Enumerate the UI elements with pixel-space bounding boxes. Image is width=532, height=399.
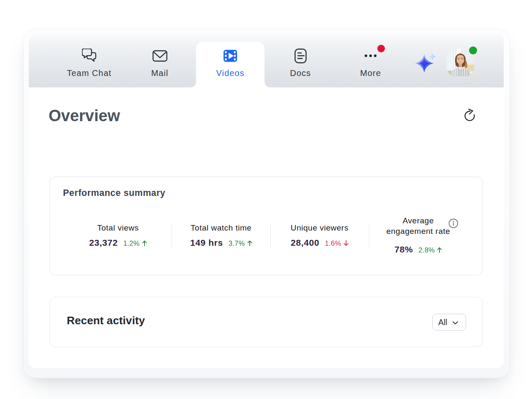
arrow-up-icon <box>437 247 442 253</box>
info-button[interactable] <box>448 218 458 228</box>
tab-label: Docs <box>290 68 311 78</box>
metrics-row: Total views 23,372 1.2% Total watch time… <box>64 217 468 263</box>
active-tab-right-curve <box>265 82 270 87</box>
app-surface: Team Chat Mail <box>29 34 504 368</box>
info-icon <box>448 223 458 230</box>
page-title: Overview <box>49 107 120 125</box>
metric-delta: 3.7% <box>229 239 252 247</box>
recent-activity-title: Recent activity <box>67 314 145 327</box>
chat-bubbles-icon <box>82 48 97 63</box>
metric-value: 23,372 <box>89 237 118 248</box>
metric-total-watch-time: Total watch time 149 hrs 3.7% <box>172 217 270 263</box>
chevron-down-icon <box>453 321 458 325</box>
ellipsis-dots-icon <box>364 48 377 63</box>
arrow-up-icon <box>247 240 252 246</box>
arrow-down-icon <box>344 240 349 246</box>
metric-label: Total watch time <box>191 223 251 233</box>
tab-label: More <box>360 68 381 78</box>
tab-label: Mail <box>151 68 169 78</box>
metric-label: Average engagement rate <box>382 215 454 236</box>
app-window: Team Chat Mail <box>24 29 510 378</box>
ai-assistant-button[interactable] <box>415 53 436 74</box>
main-content: Overview Performance summary Total views <box>29 87 504 368</box>
notification-badge <box>377 45 385 52</box>
performance-summary-card: Performance summary Total views 23,372 1… <box>49 176 483 275</box>
tab-docs[interactable]: Docs <box>273 34 328 87</box>
metric-value: 78% <box>394 244 413 255</box>
metric-label: Total views <box>97 223 139 233</box>
metric-average-engagement-rate: Average engagement rate 78% 2.8% <box>369 217 468 263</box>
metric-value: 28,400 <box>291 237 319 248</box>
metric-label: Unique viewers <box>291 223 349 233</box>
arrow-up-icon <box>142 240 147 246</box>
sparkle-ai-icon <box>415 68 436 75</box>
active-tab-left-curve <box>191 82 196 87</box>
refresh-icon <box>464 116 476 123</box>
tab-label: Videos <box>216 68 245 78</box>
tab-bar: Team Chat Mail <box>29 34 504 87</box>
performance-summary-title: Performance summary <box>63 187 166 199</box>
document-lines-icon <box>295 48 307 63</box>
metric-value: 149 hrs <box>190 237 223 248</box>
tab-team-chat[interactable]: Team Chat <box>62 34 117 87</box>
metric-total-views: Total views 23,372 1.2% <box>64 217 172 263</box>
metric-delta: 1.6% <box>325 239 349 247</box>
tab-label: Team Chat <box>67 68 112 78</box>
metric-delta: 1.2% <box>123 239 147 247</box>
tab-videos[interactable]: Videos <box>203 34 258 87</box>
refresh-button[interactable] <box>464 109 476 122</box>
metric-unique-viewers: Unique viewers 28,400 1.6% <box>270 217 369 263</box>
online-status-dot <box>468 46 478 55</box>
activity-filter-dropdown[interactable]: All <box>432 314 466 331</box>
filmstrip-play-icon <box>224 48 237 63</box>
tab-more[interactable]: More <box>343 34 398 87</box>
recent-activity-card: Recent activity All <box>49 297 483 347</box>
page-background: Team Chat Mail <box>0 0 532 399</box>
filter-label: All <box>438 318 447 327</box>
user-avatar[interactable] <box>447 49 474 76</box>
tab-mail[interactable]: Mail <box>132 34 187 87</box>
envelope-icon <box>153 48 167 63</box>
metric-delta: 2.8% <box>418 246 442 254</box>
